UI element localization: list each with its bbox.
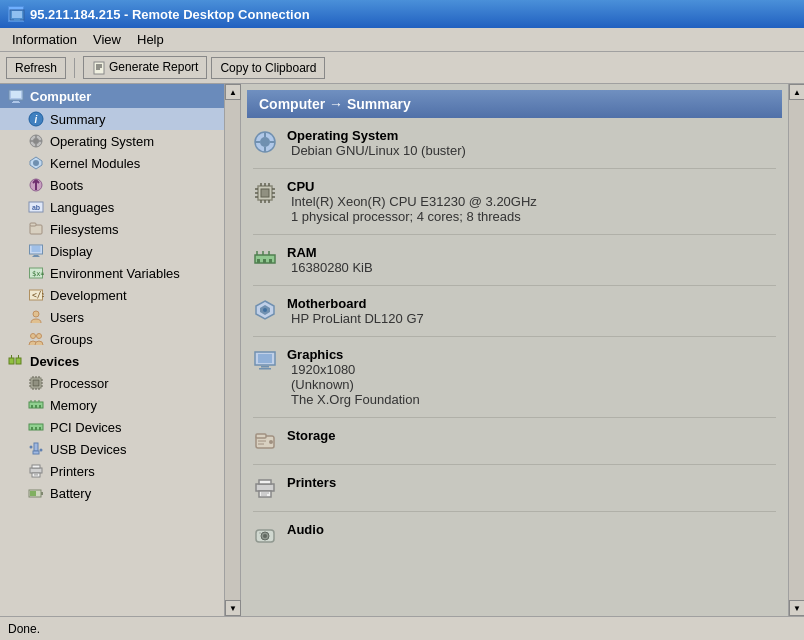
svg-rect-103 bbox=[263, 259, 266, 263]
menu-bar: Information View Help bbox=[0, 28, 804, 52]
svg-rect-28 bbox=[30, 223, 36, 226]
content-scroll-down[interactable]: ▼ bbox=[789, 600, 804, 616]
menu-information[interactable]: Information bbox=[4, 30, 85, 49]
cpu-content-icon bbox=[253, 181, 277, 205]
svg-rect-40 bbox=[9, 358, 14, 364]
svg-point-71 bbox=[30, 446, 33, 449]
svg-point-128 bbox=[259, 532, 261, 534]
svg-rect-114 bbox=[259, 368, 271, 370]
svg-rect-9 bbox=[13, 101, 19, 102]
sidebar-item-usb[interactable]: USB Devices bbox=[0, 438, 224, 460]
svg-rect-120 bbox=[256, 484, 274, 491]
title-bar: 95.211.184.215 - Remote Desktop Connecti… bbox=[0, 0, 804, 28]
content-area: Computer → Summary Operating System Debi… bbox=[241, 84, 788, 616]
divider-1 bbox=[253, 234, 776, 235]
os-value-0: Debian GNU/Linux 10 (buster) bbox=[287, 143, 466, 158]
svg-point-14 bbox=[33, 138, 39, 144]
sidebar-item-kernel[interactable]: Kernel Modules bbox=[0, 152, 224, 174]
svg-rect-116 bbox=[256, 434, 266, 438]
sidebar-item-processor[interactable]: Processor bbox=[0, 372, 224, 394]
sidebar-header-label: Computer bbox=[30, 89, 91, 104]
sidebar-section-devices[interactable]: Devices bbox=[0, 350, 224, 372]
divider-0 bbox=[253, 168, 776, 169]
svg-rect-8 bbox=[11, 91, 21, 98]
ram-value-0: 16380280 KiB bbox=[287, 260, 373, 275]
sidebar: Computer i Summary bbox=[0, 84, 225, 616]
sidebar-item-boots[interactable]: Boots bbox=[0, 174, 224, 196]
content-scrollbar[interactable]: ▲ ▼ bbox=[788, 84, 804, 616]
divider-2 bbox=[253, 285, 776, 286]
sidebar-item-pci[interactable]: PCI Devices bbox=[0, 416, 224, 438]
svg-rect-31 bbox=[34, 255, 39, 256]
svg-point-72 bbox=[40, 449, 43, 452]
divider-6 bbox=[253, 511, 776, 512]
summary-icon: i bbox=[28, 111, 44, 127]
content-section-cpu: CPU Intel(R) Xeon(R) CPU E31230 @ 3.20GH… bbox=[253, 175, 776, 228]
status-text: Done. bbox=[8, 622, 40, 636]
sidebar-item-battery[interactable]: Battery bbox=[0, 482, 224, 504]
menu-help[interactable]: Help bbox=[129, 30, 172, 49]
svg-text:$x=1: $x=1 bbox=[32, 270, 44, 278]
sidebar-item-env-vars[interactable]: $x=1 Environment Variables bbox=[0, 262, 224, 284]
os-title: Operating System bbox=[287, 128, 466, 143]
sidebar-item-groups[interactable]: Groups bbox=[0, 328, 224, 350]
content-header: Computer → Summary bbox=[247, 90, 782, 118]
sidebar-item-languages[interactable]: ab Languages bbox=[0, 196, 224, 218]
audio-title: Audio bbox=[287, 522, 324, 537]
content-section-printers: Printers bbox=[253, 471, 776, 505]
sidebar-scrollbar[interactable]: ▲ ▼ bbox=[225, 84, 241, 616]
svg-rect-41 bbox=[16, 358, 21, 364]
audio-content-icon bbox=[253, 524, 277, 548]
generate-report-button[interactable]: Generate Report bbox=[83, 56, 207, 79]
svg-rect-32 bbox=[33, 256, 40, 257]
sidebar-item-development[interactable]: </> Development bbox=[0, 284, 224, 306]
svg-rect-61 bbox=[39, 405, 41, 408]
sidebar-scroll-down[interactable]: ▼ bbox=[225, 600, 241, 616]
content-section-os: Operating System Debian GNU/Linux 10 (bu… bbox=[253, 124, 776, 162]
graphics-value-2: The X.Org Foundation bbox=[287, 392, 420, 407]
refresh-button[interactable]: Refresh bbox=[6, 57, 66, 79]
sidebar-item-printers[interactable]: Printers bbox=[0, 460, 224, 482]
svg-rect-67 bbox=[35, 427, 37, 430]
sidebar-scroll-up[interactable]: ▲ bbox=[225, 84, 241, 100]
svg-rect-66 bbox=[31, 427, 33, 430]
svg-rect-74 bbox=[32, 465, 40, 468]
menu-view[interactable]: View bbox=[85, 30, 129, 49]
storage-content-icon bbox=[253, 430, 277, 454]
content-section-graphics: Graphics 1920x1080 (Unknown) The X.Org F… bbox=[253, 343, 776, 411]
ram-content-icon bbox=[253, 247, 277, 271]
app-icon bbox=[8, 6, 24, 22]
development-icon: </> bbox=[28, 287, 44, 303]
svg-rect-112 bbox=[258, 354, 272, 363]
languages-icon: ab bbox=[28, 199, 44, 215]
status-bar: Done. bbox=[0, 616, 804, 640]
env-vars-icon: $x=1 bbox=[28, 265, 44, 281]
computer-icon bbox=[8, 88, 24, 104]
content-section-storage: Storage bbox=[253, 424, 776, 458]
sidebar-item-display[interactable]: Display bbox=[0, 240, 224, 262]
os-content-icon bbox=[253, 130, 277, 154]
sidebar-item-os[interactable]: Operating System bbox=[0, 130, 224, 152]
sidebar-item-summary[interactable]: i Summary bbox=[0, 108, 224, 130]
cpu-title: CPU bbox=[287, 179, 537, 194]
graphics-value-1: (Unknown) bbox=[287, 377, 420, 392]
printers-content-icon bbox=[253, 477, 277, 501]
pci-icon bbox=[28, 419, 44, 435]
boots-icon bbox=[28, 177, 44, 193]
toolbar: Refresh Generate Report Copy to Clipboar… bbox=[0, 52, 804, 84]
svg-point-38 bbox=[31, 334, 36, 339]
svg-rect-113 bbox=[261, 366, 269, 368]
printers-sidebar-icon bbox=[28, 463, 44, 479]
motherboard-value-0: HP ProLiant DL120 G7 bbox=[287, 311, 424, 326]
svg-point-37 bbox=[33, 311, 39, 317]
main-container: Computer i Summary bbox=[0, 84, 804, 616]
sidebar-item-memory[interactable]: Memory bbox=[0, 394, 224, 416]
content-scroll-up[interactable]: ▲ bbox=[789, 84, 804, 100]
svg-text:ab: ab bbox=[32, 204, 40, 211]
sidebar-item-users[interactable]: Users bbox=[0, 306, 224, 328]
content-section-ram: RAM 16380280 KiB bbox=[253, 241, 776, 279]
sidebar-item-filesystems[interactable]: Filesystems bbox=[0, 218, 224, 240]
copy-clipboard-button[interactable]: Copy to Clipboard bbox=[211, 57, 325, 79]
svg-rect-80 bbox=[30, 491, 36, 496]
cpu-value-0: Intel(R) Xeon(R) CPU E31230 @ 3.20GHz bbox=[287, 194, 537, 209]
